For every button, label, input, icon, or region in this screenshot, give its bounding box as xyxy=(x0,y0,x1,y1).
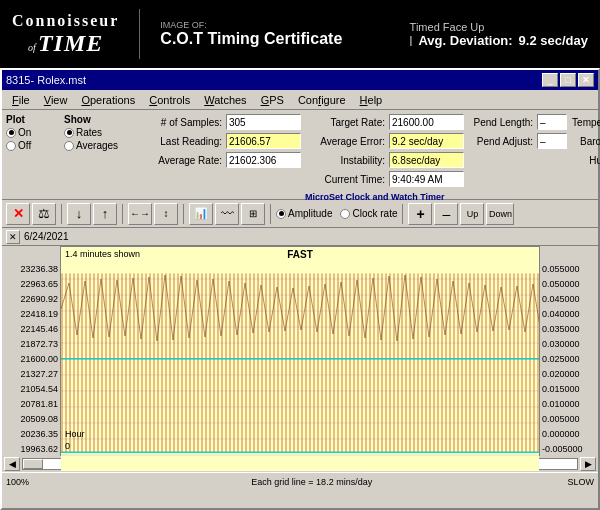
show-rates-radio[interactable] xyxy=(64,128,74,138)
banner-logo: Connoisseur of TIME xyxy=(12,12,119,57)
y-right-0: 0.055000 xyxy=(542,264,596,274)
pend-length-row: Pend Length: – xyxy=(463,114,563,130)
show-panel: Show Rates Averages xyxy=(64,114,129,151)
avg-error-row: Average Error: 9.2 sec/day xyxy=(305,133,455,149)
banner-cert: IMAGE OF: C.O.T Timing Certificate xyxy=(160,20,342,48)
maximize-button[interactable]: □ xyxy=(560,73,576,87)
down-tool-button[interactable]: ↓ xyxy=(67,203,91,225)
plot-label: Plot xyxy=(6,114,56,125)
nav-down-button[interactable]: Down xyxy=(486,203,514,225)
banner-connoisseur: Connoisseur xyxy=(12,12,119,30)
banner-divider xyxy=(139,9,140,59)
average-rate-label: Average Rate: xyxy=(137,155,222,166)
current-time-value: 9:40:49 AM xyxy=(389,171,464,187)
grid-button[interactable]: ⊞ xyxy=(241,203,265,225)
banner: Connoisseur of TIME IMAGE OF: C.O.T Timi… xyxy=(0,0,600,68)
scroll-left-button[interactable]: ◀ xyxy=(4,457,20,471)
y-left-0: 23236.38 xyxy=(4,264,58,274)
close-button[interactable]: ✕ xyxy=(578,73,594,87)
amplitude-radio[interactable] xyxy=(276,209,286,219)
nav-up-button[interactable]: Up xyxy=(460,203,484,225)
nav-plus-button[interactable]: + xyxy=(408,203,432,225)
y-left-5: 21872.73 xyxy=(4,339,58,349)
plot-off-radio[interactable] xyxy=(6,141,16,151)
y-left-6: 21600.00 xyxy=(4,354,58,364)
chart-container: 23236.38 22963.65 22690.92 22418.19 2214… xyxy=(2,246,598,456)
chart-title: FAST xyxy=(61,249,539,260)
bar-chart-button[interactable]: 📊 xyxy=(189,203,213,225)
up-tool-button[interactable]: ↑ xyxy=(93,203,117,225)
chart-inner: 1.4 minutes shown FAST xyxy=(60,246,540,456)
n-samples-value: 305 xyxy=(226,114,301,130)
nav-minus-button[interactable]: – xyxy=(434,203,458,225)
menu-file[interactable]: File xyxy=(6,93,36,107)
expand-tool-button[interactable]: ↕ xyxy=(154,203,178,225)
title-bar-buttons: _ □ ✕ xyxy=(542,73,594,87)
y-left-10: 20509.08 xyxy=(4,414,58,424)
x-axis-label: Hour xyxy=(65,429,85,439)
window-title: 8315- Rolex.mst xyxy=(6,74,86,86)
instability-value: 6.8sec/day xyxy=(389,152,464,168)
clock-rate-radio[interactable] xyxy=(340,209,350,219)
last-reading-label: Last Reading: xyxy=(137,136,222,147)
avg-error-label: Average Error: xyxy=(305,136,385,147)
show-label: Show xyxy=(64,114,129,125)
y-right-9: 0.010000 xyxy=(542,399,596,409)
last-reading-value: 21606.57 xyxy=(226,133,301,149)
y-right-8: 0.015000 xyxy=(542,384,596,394)
toolbar: ✕ ⚖ ↓ ↑ ←→ ↕ 📊 〰 ⊞ Amplitude Clock rate … xyxy=(2,200,598,228)
plot-on-label: On xyxy=(18,127,31,138)
menu-controls[interactable]: Controls xyxy=(143,93,196,107)
amplitude-clock-radio: Amplitude Clock rate xyxy=(276,208,397,219)
show-averages-label: Averages xyxy=(76,140,118,151)
pend-length-value: – xyxy=(537,114,567,130)
plot-off-label: Off xyxy=(18,140,31,151)
amplitude-radio-row[interactable]: Amplitude xyxy=(276,208,332,219)
banner-of: of xyxy=(28,42,36,53)
samples-panel: # of Samples: 305 Last Reading: 21606.57… xyxy=(137,114,297,168)
menu-operations[interactable]: Operations xyxy=(75,93,141,107)
show-averages-row[interactable]: Averages xyxy=(64,140,129,151)
show-averages-radio[interactable] xyxy=(64,141,74,151)
y-right-3: 0.040000 xyxy=(542,309,596,319)
plot-off-row[interactable]: Off xyxy=(6,140,56,151)
clock-rate-label: Clock rate xyxy=(352,208,397,219)
y-left-7: 21327.27 xyxy=(4,369,58,379)
left-right-tool-button[interactable]: ←→ xyxy=(128,203,152,225)
plot-on-radio[interactable] xyxy=(6,128,16,138)
minimize-button[interactable]: _ xyxy=(542,73,558,87)
menu-help[interactable]: Help xyxy=(354,93,389,107)
title-bar: 8315- Rolex.mst _ □ ✕ xyxy=(2,70,598,90)
plot-on-row[interactable]: On xyxy=(6,127,56,138)
menu-watches[interactable]: Watches xyxy=(198,93,252,107)
close-tool-button[interactable]: ✕ xyxy=(6,203,30,225)
controls-area: Plot On Off Show Rates Averages xyxy=(2,110,598,200)
scroll-right-button[interactable]: ▶ xyxy=(580,457,596,471)
pend-adjust-row: Pend Adjust: – xyxy=(463,133,563,149)
toolbar-sep3 xyxy=(183,204,184,224)
show-rates-row[interactable]: Rates xyxy=(64,127,129,138)
date-close-button[interactable]: ✕ xyxy=(6,230,20,244)
y-right-6: 0.025000 xyxy=(542,354,596,364)
show-rates-label: Rates xyxy=(76,127,102,138)
baro-temp-label: Baro Temp: xyxy=(571,136,600,147)
banner-avg-dev-value: 9.2 sec/day xyxy=(519,33,588,48)
plot-panel: Plot On Off xyxy=(6,114,56,151)
menu-configure[interactable]: Configure xyxy=(292,93,352,107)
date-bar: ✕ 6/24/2021 xyxy=(2,228,598,246)
wave-button[interactable]: 〰 xyxy=(215,203,239,225)
target-rate-value: 21600.00 xyxy=(389,114,464,130)
scale-tool-button[interactable]: ⚖ xyxy=(32,203,56,225)
menu-view[interactable]: View xyxy=(38,93,74,107)
humidity-label: Humidity: xyxy=(571,155,600,166)
clock-rate-radio-row[interactable]: Clock rate xyxy=(340,208,397,219)
banner-avg-dev-label: Avg. Deviation: xyxy=(418,33,512,48)
humidity-row: Humidity: – xyxy=(571,152,600,168)
tick-data xyxy=(61,273,539,452)
last-reading-row: Last Reading: 21606.57 xyxy=(137,133,297,149)
y-left-11: 20236.35 xyxy=(4,429,58,439)
y-right-10: 0.005000 xyxy=(542,414,596,424)
main-window: 8315- Rolex.mst _ □ ✕ File View Operatio… xyxy=(0,68,600,510)
menu-gps[interactable]: GPS xyxy=(255,93,290,107)
x-start-value: 0 xyxy=(65,441,70,451)
